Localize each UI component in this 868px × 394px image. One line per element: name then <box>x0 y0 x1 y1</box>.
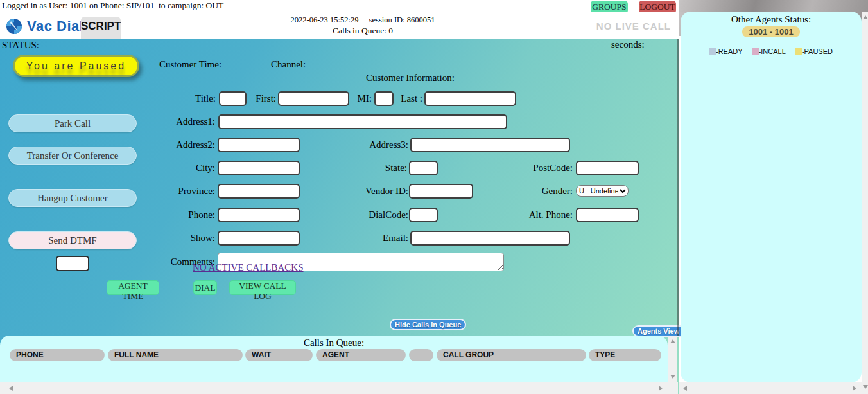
queue-col-call-group: CALL GROUP <box>437 349 586 361</box>
agent-screen: Logged in as User: 1001 on Phone: SIP/10… <box>0 0 868 394</box>
agent-time-button[interactable]: AGENT TIME <box>107 280 159 295</box>
panel-divider <box>677 39 679 336</box>
vendor-id-label: Vendor ID: <box>360 186 408 197</box>
agents-panel-horizontal-scrollbar[interactable] <box>679 382 862 394</box>
dialcode-field[interactable] <box>409 208 438 222</box>
email-label: Email: <box>360 233 408 244</box>
park-call-button[interactable]: Park Call <box>8 114 137 132</box>
header-datetime: 2022-06-23 15:52:29 <box>291 15 359 24</box>
alt-phone-label: Alt. Phone: <box>520 210 573 220</box>
dialcode-label: DialCode: <box>360 210 408 220</box>
top-right-decoration <box>679 0 868 12</box>
scroll-left-icon[interactable] <box>683 386 687 391</box>
queue-vertical-scrollbar[interactable] <box>668 336 677 382</box>
scroll-right-icon[interactable] <box>853 386 856 391</box>
status-label: STATUS: <box>2 40 39 51</box>
calls-in-queue-count: Calls in Queue: 0 <box>257 26 469 36</box>
state-label: State: <box>378 163 407 174</box>
channel-label: Channel: <box>271 59 306 70</box>
logged-in-status: Logged in as User: 1001 on Phone: SIP/10… <box>2 1 223 11</box>
dtmf-input[interactable] <box>56 256 89 271</box>
first-name-field[interactable] <box>278 91 349 106</box>
session-id: session ID: 8600051 <box>369 15 435 24</box>
title-field[interactable] <box>219 91 247 106</box>
last-name-field[interactable] <box>424 91 516 106</box>
pause-status-button[interactable]: You are Paused <box>13 55 139 77</box>
mi-field[interactable] <box>374 91 394 106</box>
scroll-up-icon[interactable] <box>863 15 868 19</box>
other-agents-title: Other Agents Status: <box>681 14 862 25</box>
queue-col-full-name: FULL NAME <box>108 349 243 361</box>
address2-label: Address2: <box>169 139 215 150</box>
view-call-log-button[interactable]: VIEW CALL LOG <box>229 280 296 295</box>
legend-paused: -PAUSED <box>795 48 833 55</box>
scroll-right-icon[interactable] <box>659 386 663 391</box>
ready-color-swatch <box>709 48 716 55</box>
first-name-label: First: <box>250 93 276 104</box>
queue-horizontal-scrollbar[interactable] <box>0 382 678 394</box>
state-field[interactable] <box>409 161 438 175</box>
agent-status-badge: 1001 - 1001 <box>742 26 799 37</box>
phone-label: Phone: <box>180 210 215 220</box>
address1-label: Address1: <box>169 116 215 127</box>
scroll-down-icon[interactable] <box>863 385 868 389</box>
live-call-status: NO LIVE CALL <box>552 21 671 31</box>
address2-field[interactable] <box>218 138 300 152</box>
address3-field[interactable] <box>410 138 570 152</box>
scroll-down-icon[interactable] <box>670 375 675 379</box>
calls-in-queue-panel: Calls In Queue: PHONE FULL NAME WAIT AGE… <box>0 336 668 382</box>
agent-status-legend: -READY -INCALL -PAUSED <box>681 48 862 55</box>
scroll-left-icon[interactable] <box>9 386 13 391</box>
last-name-label: Last : <box>394 93 422 104</box>
address1-field[interactable] <box>218 114 507 129</box>
callbacks-link[interactable]: NO ACTIVE CALLBACKS <box>193 262 304 273</box>
legend-incall: -INCALL <box>752 48 786 55</box>
dial-button[interactable]: DIAL <box>193 280 217 295</box>
phone-field[interactable] <box>218 208 300 222</box>
show-label: Show: <box>180 233 215 244</box>
transfer-conference-button[interactable]: Transfer Or Conference <box>8 147 137 165</box>
queue-col-blank <box>409 349 433 361</box>
scroll-up-icon[interactable] <box>670 339 675 343</box>
queue-col-phone: PHONE <box>10 349 105 361</box>
show-field[interactable] <box>218 231 300 246</box>
vac-dialer-logo-icon <box>5 17 23 35</box>
province-field[interactable] <box>218 184 300 199</box>
vendor-id-field[interactable] <box>409 184 473 199</box>
title-label: Title: <box>180 93 216 104</box>
hangup-customer-button[interactable]: Hangup Customer <box>8 189 137 207</box>
mi-label: MI: <box>354 93 372 104</box>
address3-label: Address3: <box>360 139 408 150</box>
session-info: 2022-06-23 15:52:29 session ID: 8600051 … <box>257 15 469 36</box>
incall-color-swatch <box>752 48 759 55</box>
postcode-label: PostCode: <box>526 163 573 174</box>
gender-select[interactable]: U - Undefined <box>576 185 629 197</box>
province-label: Province: <box>169 186 215 197</box>
seconds-label: seconds: <box>611 39 645 50</box>
other-agents-panel: Other Agents Status: 1001 - 1001 -READY … <box>681 12 862 382</box>
city-label: City: <box>180 163 215 174</box>
email-field[interactable] <box>410 231 570 246</box>
legend-ready: -READY <box>709 48 743 55</box>
queue-title: Calls In Queue: <box>0 337 668 348</box>
queue-col-type: TYPE <box>589 349 661 361</box>
alt-phone-field[interactable] <box>576 208 639 222</box>
customer-time-label: Customer Time: <box>159 59 221 70</box>
hide-calls-in-queue-link[interactable]: Hide Calls In Queue <box>390 319 466 330</box>
paused-color-swatch <box>795 48 802 55</box>
postcode-field[interactable] <box>576 161 639 175</box>
send-dtmf-button[interactable]: Send DTMF <box>8 231 137 249</box>
gender-label: Gender: <box>526 186 573 197</box>
queue-col-agent: AGENT <box>316 349 406 361</box>
queue-col-wait: WAIT <box>245 349 313 361</box>
customer-information-title: Customer Information: <box>346 73 474 84</box>
city-field[interactable] <box>218 161 300 175</box>
page-vertical-scrollbar[interactable] <box>862 12 868 394</box>
tab-script[interactable]: SCRIPT <box>81 17 121 39</box>
